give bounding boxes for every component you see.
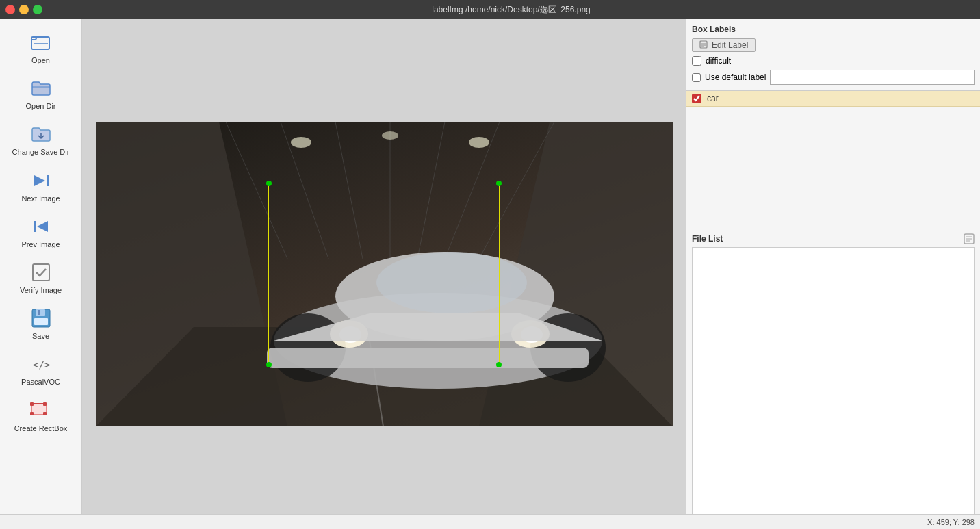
change-save-dir-button[interactable]: Change Save Dir bbox=[0, 116, 81, 162]
pascalvoc-label: PascalVOC bbox=[21, 378, 60, 387]
loaded-image bbox=[96, 122, 673, 426]
create-rectbox-button[interactable]: Create RectBox bbox=[0, 393, 81, 439]
file-list-icon bbox=[964, 233, 975, 244]
open-dir-icon bbox=[29, 76, 53, 101]
create-rectbox-label: Create RectBox bbox=[14, 424, 68, 433]
difficult-row: difficult bbox=[692, 56, 975, 66]
svg-rect-9 bbox=[38, 310, 40, 315]
label-car-text: car bbox=[707, 94, 719, 103]
svg-point-39 bbox=[376, 252, 527, 313]
app-body: Open Open Dir Change Save Dir bbox=[0, 19, 980, 529]
svg-point-29 bbox=[382, 131, 398, 140]
svg-line-23 bbox=[417, 122, 445, 259]
open-button[interactable]: Open bbox=[0, 25, 81, 70]
maximize-button[interactable] bbox=[33, 5, 42, 14]
open-dir-label: Open Dir bbox=[25, 102, 55, 111]
open-dir-button[interactable]: Open Dir bbox=[0, 70, 81, 116]
svg-rect-4 bbox=[34, 221, 36, 232]
prev-image-icon bbox=[29, 214, 53, 239]
svg-line-21 bbox=[335, 122, 363, 259]
open-label: Open bbox=[31, 56, 50, 65]
pascalvoc-icon: </> bbox=[29, 352, 53, 376]
box-labels-section: Box Labels Edit Label difficult bbox=[686, 19, 980, 91]
svg-marker-3 bbox=[37, 221, 48, 232]
create-rectbox-icon bbox=[29, 398, 53, 423]
window-title: labelImg /home/nick/Desktop/选区_256.png bbox=[48, 4, 975, 16]
verify-image-button[interactable]: Verify Image bbox=[0, 255, 81, 300]
svg-rect-15 bbox=[30, 412, 34, 415]
label-item-car[interactable]: car bbox=[686, 91, 980, 107]
right-panel: Box Labels Edit Label difficult bbox=[686, 19, 980, 529]
verify-image-icon bbox=[29, 260, 53, 285]
sidebar: Open Open Dir Change Save Dir bbox=[0, 19, 82, 529]
label-car-checkbox[interactable] bbox=[692, 94, 701, 103]
change-save-dir-label: Change Save Dir bbox=[12, 148, 70, 157]
svg-rect-41 bbox=[267, 348, 589, 368]
next-image-label: Next Image bbox=[21, 194, 60, 203]
labels-list: car bbox=[686, 91, 980, 228]
file-list-header: File List bbox=[692, 233, 975, 244]
next-image-button[interactable]: Next Image bbox=[0, 163, 81, 209]
edit-icon bbox=[699, 40, 709, 50]
statusbar: X: 459; Y: 298 bbox=[0, 514, 980, 529]
svg-rect-2 bbox=[47, 175, 49, 186]
change-save-dir-icon bbox=[29, 122, 53, 146]
titlebar: labelImg /home/nick/Desktop/选区_256.png bbox=[0, 0, 980, 19]
save-button[interactable]: Save bbox=[0, 300, 81, 346]
use-default-label-checkbox[interactable] bbox=[692, 73, 701, 82]
save-label: Save bbox=[32, 332, 49, 341]
svg-rect-8 bbox=[34, 318, 48, 325]
edit-label-button[interactable]: Edit Label bbox=[692, 38, 756, 52]
svg-rect-16 bbox=[43, 412, 47, 415]
close-button[interactable] bbox=[5, 5, 15, 14]
edit-label-text: Edit Label bbox=[712, 40, 748, 50]
svg-rect-14 bbox=[43, 402, 47, 406]
canvas-area[interactable] bbox=[82, 19, 686, 529]
minimize-button[interactable] bbox=[19, 5, 29, 14]
svg-point-30 bbox=[469, 137, 489, 148]
pascalvoc-button[interactable]: </> PascalVOC bbox=[0, 346, 81, 392]
save-icon bbox=[29, 306, 53, 331]
svg-point-28 bbox=[291, 137, 311, 148]
default-label-input[interactable] bbox=[770, 70, 975, 85]
svg-rect-7 bbox=[36, 309, 45, 316]
svg-rect-5 bbox=[33, 264, 49, 281]
svg-rect-0 bbox=[31, 37, 49, 49]
prev-image-button[interactable]: Prev Image bbox=[0, 209, 81, 255]
use-default-label-text: Use default label bbox=[705, 73, 766, 82]
difficult-checkbox[interactable] bbox=[692, 56, 701, 66]
svg-text:</>: </> bbox=[33, 359, 50, 370]
box-labels-title: Box Labels bbox=[692, 25, 975, 34]
prev-image-label: Prev Image bbox=[21, 240, 60, 249]
open-icon bbox=[29, 30, 53, 55]
window-controls bbox=[5, 5, 42, 14]
image-canvas bbox=[96, 122, 673, 426]
difficult-label: difficult bbox=[706, 56, 731, 66]
next-image-icon bbox=[29, 168, 53, 193]
svg-marker-1 bbox=[34, 175, 45, 186]
tunnel-overlay bbox=[96, 122, 673, 426]
verify-image-label: Verify Image bbox=[20, 286, 62, 295]
edit-label-row: Edit Label bbox=[692, 38, 975, 52]
default-label-row: Use default label bbox=[692, 70, 975, 85]
file-list-title: File List bbox=[692, 234, 723, 244]
file-list-body bbox=[692, 247, 975, 524]
file-list-section: File List bbox=[686, 228, 980, 529]
coordinates: X: 459; Y: 298 bbox=[927, 518, 975, 526]
svg-rect-13 bbox=[30, 402, 34, 406]
